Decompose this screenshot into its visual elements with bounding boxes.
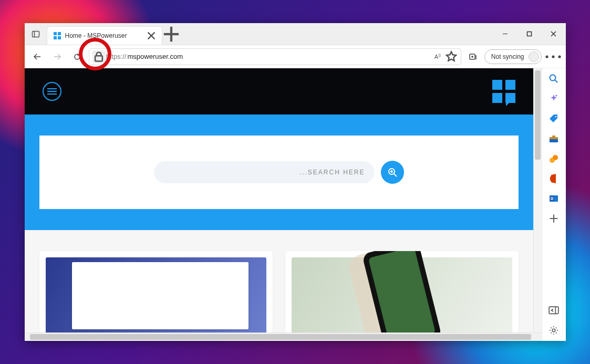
browser-tab[interactable]: Home - MSPoweruser [47,26,162,45]
svg-rect-0 [32,31,39,37]
article-grid [25,230,533,332]
collections-button[interactable] [464,48,481,65]
svg-point-23 [558,55,561,58]
svg-rect-11 [527,32,532,36]
read-aloud-button[interactable]: A)) [431,50,444,63]
search-placeholder: ...SEARCH HERE [299,169,365,176]
svg-rect-16 [95,56,102,61]
collections-icon [469,53,477,61]
sidebar-discover-button[interactable] [548,93,559,104]
back-button[interactable] [29,48,46,65]
svg-point-28 [550,75,556,81]
site-info-button[interactable] [92,50,105,63]
profile-avatar-icon [529,51,539,62]
edge-sidebar [542,68,566,341]
address-bar[interactable]: https://mspoweruser.com A)) [89,48,461,65]
svg-point-21 [545,55,548,58]
vertical-scrollbar[interactable] [533,68,542,332]
toolbar: https://mspoweruser.com A)) Not syncing [25,45,566,68]
svg-line-29 [555,80,558,83]
minimize-icon [502,31,508,37]
svg-rect-3 [58,32,61,35]
sidebar-collapse-button[interactable] [548,305,559,316]
arrow-left-icon [33,53,42,61]
maximize-icon [526,31,532,37]
scrollbar-thumb[interactable] [535,70,541,160]
browser-window: Home - MSPoweruser [25,23,566,341]
maximize-button[interactable] [517,23,542,45]
svg-rect-2 [54,32,57,35]
article-card[interactable] [39,251,273,332]
window-close-button[interactable] [542,23,566,45]
window-controls [493,23,566,45]
sidebar-settings-button[interactable] [548,325,559,336]
page-viewport: ...SEARCH HERE [25,68,542,341]
profile-sync-button[interactable]: Not syncing [484,49,542,64]
plus-icon [162,25,180,43]
arrow-right-icon [53,53,61,61]
svg-rect-33 [550,137,558,139]
ellipsis-icon [545,55,562,59]
svg-point-22 [552,55,554,58]
star-plus-icon [445,50,458,63]
site-menu-button[interactable] [43,82,61,101]
sidebar-games-button[interactable] [548,153,559,164]
close-icon [147,32,156,40]
sparkle-icon [548,93,559,104]
sidebar-add-button[interactable] [548,213,559,224]
settings-more-button[interactable] [545,48,562,65]
svg-point-36 [553,155,558,160]
tab-close-button[interactable] [147,32,156,40]
article-thumbnail [292,257,512,332]
refresh-icon [73,53,81,61]
tag-icon [548,113,559,124]
briefcase-icon [548,133,559,144]
site-logo[interactable] [492,80,515,103]
svg-rect-4 [54,36,57,39]
search-icon [387,167,398,178]
site-header [25,68,533,115]
site-search-panel: ...SEARCH HERE [39,136,519,209]
hamburger-icon [47,88,57,95]
svg-line-25 [394,174,397,176]
article-card[interactable] [285,251,519,332]
sidebar-office-button[interactable] [548,173,559,184]
site-search-button[interactable] [381,161,404,184]
refresh-button[interactable] [69,48,86,65]
favorite-button[interactable] [445,50,458,63]
sidebar-tools-button[interactable] [548,133,559,144]
games-icon [548,153,559,164]
office-icon [548,173,559,184]
url-host: mspoweruser.com [128,53,183,60]
minimize-button[interactable] [493,23,517,45]
search-icon [548,74,559,84]
panel-collapse-icon [548,306,559,315]
lock-icon [92,50,105,63]
sidebar-search-button[interactable] [548,74,559,84]
horizontal-scrollbar[interactable] [25,332,542,341]
svg-point-31 [555,116,557,118]
url-protocol: https:// [106,53,127,60]
svg-rect-37 [550,176,552,181]
scrollbar-thumb[interactable] [30,334,531,340]
svg-point-30 [556,95,557,97]
gear-icon [548,325,559,336]
site-hero: ...SEARCH HERE [25,115,533,230]
tab-title: Home - MSPoweruser [65,32,143,39]
site-search-input[interactable]: ...SEARCH HERE [154,161,375,183]
titlebar: Home - MSPoweruser [25,23,566,45]
sync-label: Not syncing [491,53,524,60]
tab-favicon-icon [54,32,61,39]
plus-icon [548,213,559,224]
svg-rect-43 [549,307,558,314]
close-icon [551,31,556,37]
new-tab-button[interactable] [162,23,180,45]
forward-button[interactable] [49,48,66,65]
sidebar-shopping-button[interactable] [548,113,559,124]
svg-point-45 [552,329,555,332]
outlook-icon [548,193,559,204]
article-thumbnail [46,257,266,332]
sidebar-outlook-button[interactable] [548,193,559,204]
tab-actions-button[interactable] [25,23,47,45]
svg-rect-34 [552,136,555,137]
